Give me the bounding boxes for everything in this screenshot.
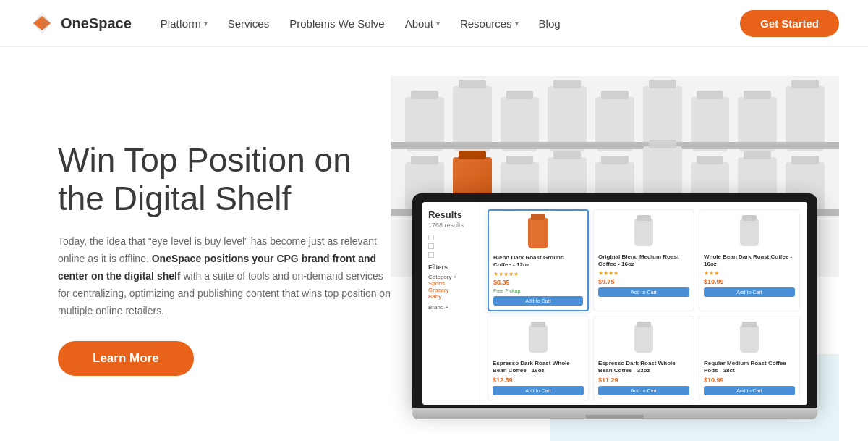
products-grid: Blend Dark Roast Ground Coffee - 12oz ★★… — [488, 209, 800, 400]
laptop-screen-outer: Results 1768 results — [412, 193, 817, 408]
product-price: $12.39 — [493, 377, 584, 384]
laptop-screen: Results 1768 results — [422, 202, 807, 405]
product-bag-mini-gray-icon — [634, 219, 653, 246]
product-image — [598, 214, 689, 251]
chevron-down-icon-resources: ▾ — [515, 20, 519, 28]
filter-checkbox-1[interactable] — [428, 235, 474, 240]
chevron-down-icon: ▾ — [204, 20, 208, 28]
laptop-mockup: Results 1768 results — [412, 193, 817, 419]
product-image — [493, 215, 583, 251]
hero-title: Win Top Position on the Digital Shelf — [58, 141, 434, 218]
hero-text-block: Win Top Position on the Digital Shelf To… — [58, 141, 434, 377]
product-price: $10.99 — [704, 377, 795, 384]
product-bag-mini-icon — [528, 218, 548, 248]
results-count: 1768 results — [428, 222, 474, 229]
product-card: Whole Bean Dark Roast Coffee - 16oz ★★★ … — [699, 209, 800, 311]
product-price: $9.75 — [598, 278, 689, 285]
results-heading: Results — [428, 209, 474, 220]
product-price: $11.29 — [598, 377, 689, 384]
product-name: Original Blend Medium Roast Coffee - 16o… — [598, 253, 689, 269]
search-products-area: Blend Dark Roast Ground Coffee - 12oz ★★… — [480, 202, 807, 405]
product-name: Whole Bean Dark Roast Coffee - 16oz — [704, 253, 795, 269]
product-bag-mini-gray-icon — [634, 325, 653, 353]
nav-services[interactable]: Services — [228, 17, 270, 30]
product-card-featured: Blend Dark Roast Ground Coffee - 12oz ★★… — [488, 209, 589, 311]
filter-value-sports[interactable]: Sports — [428, 280, 474, 287]
add-to-cart-button[interactable]: Add to Cart — [493, 296, 583, 306]
product-name: Espresso Dark Roast Whole Bean Coffee - … — [598, 360, 689, 375]
onespace-logo-icon — [29, 10, 55, 36]
filter-value-grocery[interactable]: Grocery — [428, 287, 474, 293]
add-to-cart-button[interactable]: Add to Cart — [493, 386, 584, 395]
product-card: Original Blend Medium Roast Coffee - 16o… — [593, 209, 694, 311]
product-bag-mini-gray-icon — [529, 325, 548, 353]
product-bag — [453, 86, 492, 151]
product-stars: ★★★ — [704, 270, 795, 277]
product-name: Blend Dark Roast Ground Coffee - 12oz — [493, 254, 583, 269]
product-image — [704, 214, 795, 251]
product-image — [493, 321, 584, 357]
filter-checkbox-3[interactable] — [428, 252, 474, 258]
brand-name: OneSpace — [61, 15, 132, 32]
product-image — [598, 321, 689, 357]
product-bag-mini-gray-icon — [740, 325, 759, 353]
product-stars: ★★★★★ — [493, 271, 583, 277]
filter-value-baby[interactable]: Baby — [428, 293, 474, 300]
laptop-base — [412, 408, 817, 419]
add-to-cart-button[interactable]: Add to Cart — [598, 386, 689, 395]
product-price: $8.39 — [493, 279, 583, 286]
add-to-cart-button[interactable]: Add to Cart — [704, 287, 795, 297]
product-image — [704, 321, 795, 357]
shelf-top-row — [391, 86, 839, 151]
product-name: Regular Medium Roast Coffee Pods - 18ct — [704, 360, 795, 375]
product-price: $10.99 — [704, 278, 795, 285]
navbar: OneSpace Platform ▾ Services Problems We… — [0, 0, 868, 47]
hero-section: Win Top Position on the Digital Shelf To… — [0, 47, 868, 441]
nav-blog[interactable]: Blog — [539, 17, 561, 30]
product-bag-mini-gray-icon — [740, 219, 759, 246]
hero-body: Today, the idea that “eye level is buy l… — [58, 233, 391, 319]
product-bag — [786, 86, 825, 151]
add-to-cart-button[interactable]: Add to Cart — [598, 287, 689, 297]
nav-platform[interactable]: Platform ▾ — [161, 17, 208, 30]
add-to-cart-button[interactable]: Add to Cart — [704, 386, 795, 395]
get-started-button[interactable]: Get Started — [740, 10, 839, 37]
product-stars: ★★★★ — [598, 270, 689, 277]
nav-problems[interactable]: Problems We Solve — [289, 17, 384, 30]
search-results-ui: Results 1768 results — [422, 202, 807, 405]
nav-resources[interactable]: Resources ▾ — [460, 17, 519, 30]
product-card: Espresso Dark Roast Whole Bean Coffee - … — [593, 316, 694, 400]
product-card: Espresso Dark Roast Whole Bean Coffee - … — [488, 316, 589, 400]
learn-more-button[interactable]: Learn More — [58, 341, 194, 376]
product-card: Regular Medium Roast Coffee Pods - 18ct … — [699, 316, 800, 400]
nav-links: Platform ▾ Services Problems We Solve Ab… — [161, 17, 740, 30]
chevron-down-icon-about: ▾ — [436, 20, 440, 28]
filters-section: Filters Category + Sports Grocery Baby B… — [428, 264, 474, 311]
product-available: Free Pickup — [493, 288, 583, 293]
nav-about[interactable]: About ▾ — [405, 17, 440, 30]
hero-visual: Results 1768 results — [434, 76, 839, 441]
logo[interactable]: OneSpace — [29, 10, 132, 36]
filter-checkbox-2[interactable] — [428, 243, 474, 249]
product-name: Espresso Dark Roast Whole Bean Coffee - … — [493, 360, 584, 375]
product-bag — [548, 86, 587, 151]
